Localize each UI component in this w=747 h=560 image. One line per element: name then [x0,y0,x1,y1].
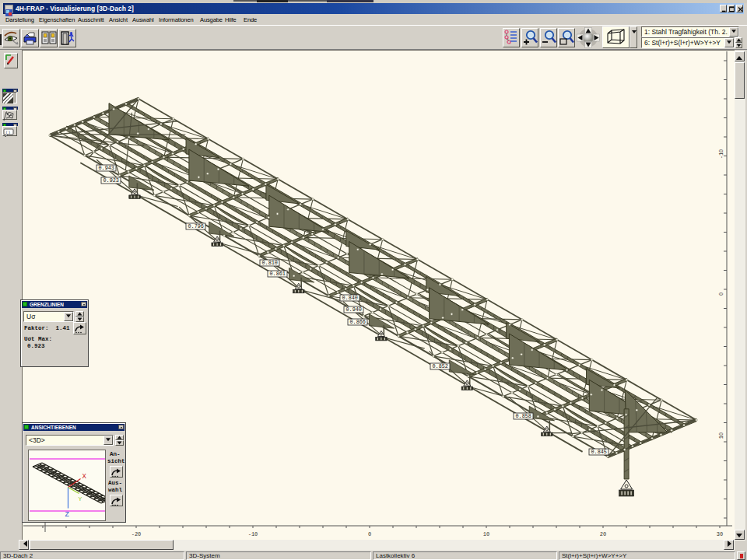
svg-text:X: X [82,473,87,481]
svg-text:0: 0 [718,292,724,296]
svg-text:Y: Y [79,495,82,502]
svg-text:10: 10 [483,531,489,537]
svg-text:-20: -20 [132,531,142,537]
svg-text:10: 10 [718,432,724,439]
svg-text:30: 30 [717,531,723,537]
svg-text:20: 20 [600,531,606,537]
svg-text:-10: -10 [248,531,258,537]
svg-text:-10: -10 [718,149,724,159]
svg-text:(): () [5,130,11,135]
svg-text:Z: Z [65,511,70,519]
svg-text:0: 0 [368,531,371,537]
